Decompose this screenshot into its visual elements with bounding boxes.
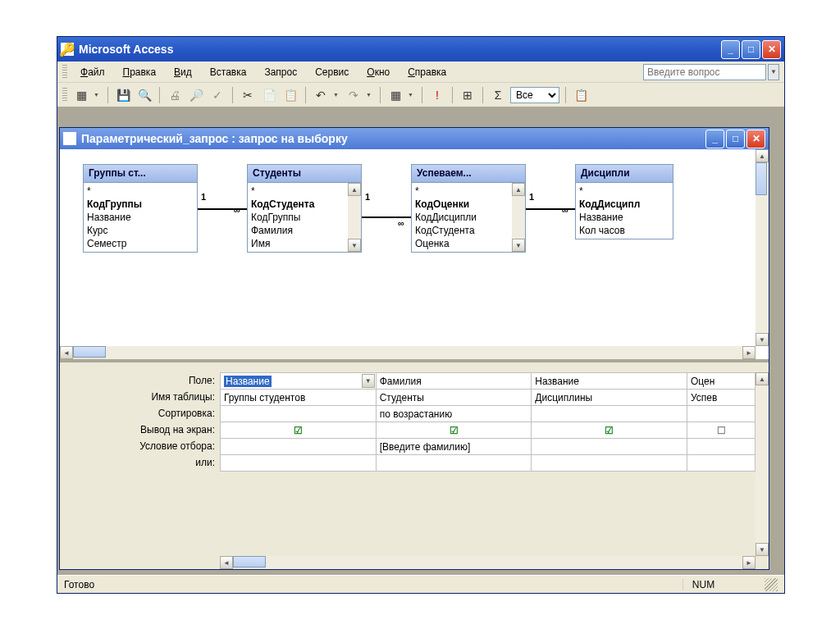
show-checkbox[interactable]: ☑ [532,422,687,439]
table-grades[interactable]: Успеваем... * КодОценки КодДисципли КодС… [411,164,526,253]
menu-window[interactable]: Окно [358,64,398,80]
save-button[interactable]: 💾 [114,86,132,104]
totals-button[interactable]: Σ [489,86,507,104]
menu-query[interactable]: Запрос [256,64,305,80]
criteria-cell[interactable]: [Введите фамилию] [376,439,532,455]
query-grid[interactable]: Название▼ Фамилия Название Оцен Группы с… [220,372,756,472]
query-type-button[interactable]: ▦ [386,86,404,104]
show-checkbox[interactable]: ☑ [376,422,532,439]
status-ready: Готово [64,579,518,590]
top-values-select[interactable]: Все [510,87,559,103]
menubar: Файл Правка Вид Вставка Запрос Сервис Ок… [57,62,784,83]
redo-button[interactable]: ↷ [345,86,363,104]
toolbar: ▦▼ 💾 🔍 🖨 🔎 ✓ ✂ 📄 📋 ↶▼ ↷▼ ▦▼ ! ⊞ Σ Все 📋 [57,83,784,107]
chevron-down-icon[interactable]: ▼ [362,374,375,388]
help-dropdown[interactable]: ▼ [768,64,779,80]
properties-button[interactable]: 📋 [572,86,590,104]
show-checkbox[interactable]: ☐ [687,422,756,439]
query-title: Параметрический_запрос : запрос на выбор… [81,132,705,145]
criteria-cell[interactable] [687,439,756,455]
or-cell[interactable] [532,455,687,472]
field-cell[interactable]: Фамилия [376,373,532,390]
field-list[interactable]: * КодГруппы Название Курс Семестр [84,183,197,252]
table-groups[interactable]: Группы ст... * КодГруппы Название Курс С… [83,164,198,253]
file-search-button[interactable]: 🔍 [135,86,153,104]
query-window: ▦ Параметрический_запрос : запрос на выб… [59,127,769,570]
minimize-button[interactable]: _ [721,40,740,59]
table-cell[interactable]: Группы студентов [221,390,377,406]
menu-grip[interactable] [62,65,67,80]
table-diagram-pane[interactable]: Группы ст... * КодГруппы Название Курс С… [60,149,769,362]
table-disciplines[interactable]: Дисципли * КодДисципл Название Кол часов [575,164,673,239]
status-num: NUM [682,579,724,590]
show-checkbox[interactable]: ☑ [221,422,377,439]
grid-vscroll[interactable]: ▲▼ [756,372,769,556]
table-cell[interactable]: Успев [687,390,756,406]
field-cell[interactable]: Оцен [687,373,756,390]
print-button[interactable]: 🖨 [166,86,184,104]
table-cell[interactable]: Дисциплины [532,390,687,406]
app-window: 🔑 Microsoft Access _ □ ✕ Файл Правка Вид… [57,36,785,594]
cut-button[interactable]: ✂ [239,86,257,104]
menu-insert[interactable]: Вставка [202,64,255,80]
or-cell[interactable] [221,455,377,472]
copy-button[interactable]: 📄 [260,86,278,104]
field-cell[interactable]: Название [532,373,687,390]
field-list[interactable]: * КодСтудента КодГруппы Фамилия Имя [248,183,348,252]
query-icon: ▦ [63,132,76,145]
criteria-cell[interactable] [221,439,377,455]
maximize-button[interactable]: □ [742,40,760,59]
run-button[interactable]: ! [428,86,446,104]
statusbar: Готово NUM [57,575,784,593]
inner-close-button[interactable]: ✕ [746,130,765,148]
paste-button[interactable]: 📋 [281,86,299,104]
sort-cell[interactable] [532,406,687,422]
table-students[interactable]: Студенты * КодСтудента КодГруппы Фамилия… [247,164,362,253]
view-button[interactable]: ▦ [72,86,90,104]
preview-button[interactable]: 🔎 [187,86,205,104]
table-cell[interactable]: Студенты [376,390,532,406]
menu-help[interactable]: Справка [399,64,454,80]
show-table-button[interactable]: ⊞ [459,86,477,104]
grid-hscroll[interactable]: ◄► [220,556,756,569]
grid-row-labels: Поле: Имя таблицы: Сортировка: Вывод на … [60,362,220,569]
menu-edit[interactable]: Правка [115,64,165,80]
close-button[interactable]: ✕ [762,40,781,59]
sort-cell[interactable]: по возрастанию [376,406,532,422]
field-list[interactable]: * КодОценки КодДисципли КодСтудента Оцен… [412,183,512,252]
view-dropdown[interactable]: ▼ [94,92,102,98]
mdi-client: ▦ Параметрический_запрос : запрос на выб… [57,107,784,575]
toolbar-grip[interactable] [62,88,67,103]
criteria-cell[interactable] [532,439,687,455]
spell-button[interactable]: ✓ [208,86,226,104]
menu-file[interactable]: Файл [72,64,113,80]
query-grid-pane: Поле: Имя таблицы: Сортировка: Вывод на … [60,362,769,569]
help-search-input[interactable] [643,64,766,80]
undo-button[interactable]: ↶ [312,86,330,104]
app-icon: 🔑 [61,43,74,56]
menu-tools[interactable]: Сервис [307,64,357,80]
resize-gripper[interactable] [765,578,778,591]
field-list[interactable]: * КодДисципл Название Кол часов [576,183,673,239]
diagram-hscroll[interactable]: ◄► [60,346,756,359]
field-cell[interactable]: Название▼ [221,373,377,390]
titlebar[interactable]: 🔑 Microsoft Access _ □ ✕ [57,37,784,62]
app-title: Microsoft Access [79,43,721,56]
query-titlebar[interactable]: ▦ Параметрический_запрос : запрос на выб… [60,128,769,149]
sort-cell[interactable] [687,406,756,422]
inner-minimize-button[interactable]: _ [705,130,724,148]
sort-cell[interactable] [221,406,377,422]
diagram-vscroll[interactable]: ▲▼ [756,149,769,346]
inner-maximize-button[interactable]: □ [726,130,745,148]
menu-view[interactable]: Вид [166,64,200,80]
or-cell[interactable] [376,455,532,472]
or-cell[interactable] [687,455,756,472]
